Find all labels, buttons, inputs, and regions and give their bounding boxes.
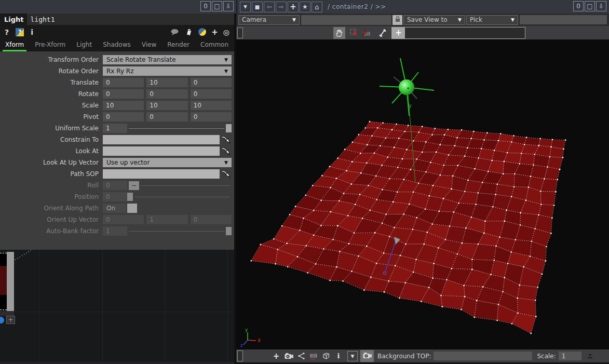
- scrollbar-handle[interactable]: [237, 28, 243, 38]
- keyboard-icon[interactable]: [307, 350, 320, 362]
- home-button[interactable]: ⌂: [312, 2, 322, 12]
- param-label-position: Position: [0, 193, 103, 200]
- cube-icon[interactable]: [320, 350, 332, 362]
- pan-tool-icon[interactable]: [333, 27, 345, 39]
- param-label-look-at-up-vector: Look At Up Vector: [0, 159, 103, 166]
- param-field-roll[interactable]: 0: [103, 181, 127, 190]
- background-top-field[interactable]: [434, 352, 532, 360]
- param-row-position: Position0: [0, 191, 234, 203]
- param-field-rotate-1[interactable]: 0: [146, 89, 187, 99]
- param-field-scale-0[interactable]: 10: [103, 101, 144, 110]
- fit-view-icon[interactable]: [586, 353, 594, 360]
- slider-handle[interactable]: [226, 227, 232, 235]
- toggle-box[interactable]: [127, 204, 137, 213]
- operator-node-thumbnail[interactable]: [0, 253, 7, 310]
- info-icon[interactable]: i: [332, 350, 345, 362]
- axis-gizmo: yXz: [240, 327, 261, 348]
- param-field-scale-1[interactable]: 10: [146, 101, 187, 110]
- operator-node-edge[interactable]: [7, 252, 14, 311]
- chevron-down-icon: ▼: [224, 57, 228, 62]
- pick-menu[interactable]: Pick▼: [466, 15, 518, 25]
- help-icon[interactable]: ?: [5, 28, 9, 36]
- perform-mode-button[interactable]: 0: [573, 1, 584, 11]
- camera-icon[interactable]: [282, 350, 295, 362]
- display-camera-button[interactable]: [360, 350, 374, 362]
- param-field-rotate-0[interactable]: 0: [103, 89, 144, 99]
- pane-divider[interactable]: [234, 14, 236, 364]
- footer-dropdown-button[interactable]: ▼: [347, 351, 358, 361]
- select-tool-icon[interactable]: [348, 27, 360, 39]
- slider-handle[interactable]: [127, 193, 133, 201]
- op-pick-icon[interactable]: [220, 169, 232, 179]
- param-field-pivot-0[interactable]: 0: [103, 112, 144, 122]
- breadcrumb[interactable]: / container2 / >>: [328, 3, 386, 10]
- target-icon[interactable]: ◎: [223, 28, 229, 36]
- tab-xform[interactable]: Xform: [4, 39, 25, 51]
- maximize-pane-button[interactable]: □: [585, 1, 595, 11]
- param-menu-rotate-order[interactable]: Rx Ry Rz▼: [103, 66, 232, 76]
- camera-select-menu[interactable]: Camera▼: [238, 15, 300, 25]
- op-name-field[interactable]: light1: [27, 14, 234, 25]
- add-tool-button[interactable]: +: [392, 28, 405, 38]
- 3d-viewport[interactable]: yyXz: [236, 39, 609, 349]
- param-field-position[interactable]: 0: [103, 192, 127, 201]
- node-display-flag[interactable]: [0, 317, 4, 323]
- render-view-icon[interactable]: [360, 27, 372, 39]
- back-button[interactable]: ⇦: [264, 2, 275, 12]
- tab-view[interactable]: View: [141, 39, 157, 51]
- bookmark-button[interactable]: ★: [300, 2, 310, 12]
- tab-render[interactable]: Render: [166, 39, 191, 51]
- param-field-path-sop[interactable]: [103, 169, 220, 179]
- param-field-uniform-scale[interactable]: 1: [103, 124, 127, 133]
- split-pane-button[interactable]: ⇩: [596, 1, 606, 11]
- slider-handle[interactable]: −: [129, 181, 139, 190]
- python-help-icon[interactable]: ?: [16, 28, 24, 36]
- stop-button[interactable]: ■: [252, 2, 263, 12]
- param-field-auto-bank-factor[interactable]: 1: [103, 226, 127, 236]
- slider-handle[interactable]: [226, 124, 232, 132]
- param-field-pivot-1[interactable]: 0: [146, 112, 187, 122]
- tab-shadows[interactable]: Shadows: [102, 39, 132, 51]
- tab-common[interactable]: Common: [199, 39, 229, 51]
- add-pane-button[interactable]: +: [288, 2, 299, 12]
- perform-mode-button[interactable]: 0: [200, 1, 211, 11]
- param-field-orient-up-vector-0[interactable]: 0: [103, 215, 144, 224]
- param-field-scale-2[interactable]: 10: [191, 101, 232, 110]
- save-view-menu[interactable]: Save View to▼: [403, 15, 465, 25]
- param-field-pivot-2[interactable]: 0: [191, 112, 232, 122]
- param-menu-look-at-up-vector[interactable]: Use up vector▼: [103, 158, 232, 167]
- plus-icon[interactable]: +: [270, 350, 282, 362]
- plus-icon[interactable]: +: [211, 28, 218, 37]
- param-field-rotate-2[interactable]: 0: [191, 89, 232, 99]
- bone-tool-icon[interactable]: [376, 27, 388, 39]
- link-icon[interactable]: [295, 350, 307, 362]
- info-icon[interactable]: i: [31, 28, 33, 36]
- tab-pre-xform[interactable]: Pre-Xform: [34, 39, 66, 51]
- comment-icon[interactable]: [170, 29, 180, 36]
- param-field-look-at[interactable]: [103, 146, 220, 156]
- param-field-orient-up-vector-1[interactable]: 1: [146, 215, 187, 224]
- scrollbar-handle[interactable]: [237, 350, 243, 361]
- node-add-button[interactable]: +: [6, 316, 15, 324]
- param-field-translate-2[interactable]: 0: [191, 78, 232, 87]
- scale-field[interactable]: 1: [559, 352, 581, 360]
- split-pane-button[interactable]: ⇩: [223, 1, 234, 11]
- camera-name-field[interactable]: [301, 15, 391, 25]
- maximize-pane-button[interactable]: □: [212, 1, 222, 11]
- forward-button[interactable]: ⇨: [276, 2, 287, 12]
- param-field-translate-1[interactable]: 10: [146, 78, 187, 87]
- tool-parameter-field[interactable]: +: [391, 27, 525, 39]
- param-field-constrain-to[interactable]: [103, 135, 220, 144]
- param-toggle-orient-along-path[interactable]: On: [103, 204, 126, 213]
- tab-light[interactable]: Light: [75, 39, 93, 51]
- copy-parameters-icon[interactable]: [185, 28, 193, 36]
- op-pick-icon[interactable]: [220, 134, 232, 145]
- pane-menu-button[interactable]: ▼: [240, 2, 251, 12]
- python-icon[interactable]: [198, 28, 206, 36]
- op-pick-icon[interactable]: [220, 146, 232, 156]
- param-field-translate-0[interactable]: 0: [103, 78, 144, 87]
- param-field-orient-up-vector-2[interactable]: 0: [191, 215, 232, 224]
- param-menu-transform-order[interactable]: Scale Rotate Translate▼: [103, 55, 232, 64]
- param-row-constrain-to: Constrain To: [0, 134, 234, 145]
- lock-button[interactable]: [393, 15, 402, 25]
